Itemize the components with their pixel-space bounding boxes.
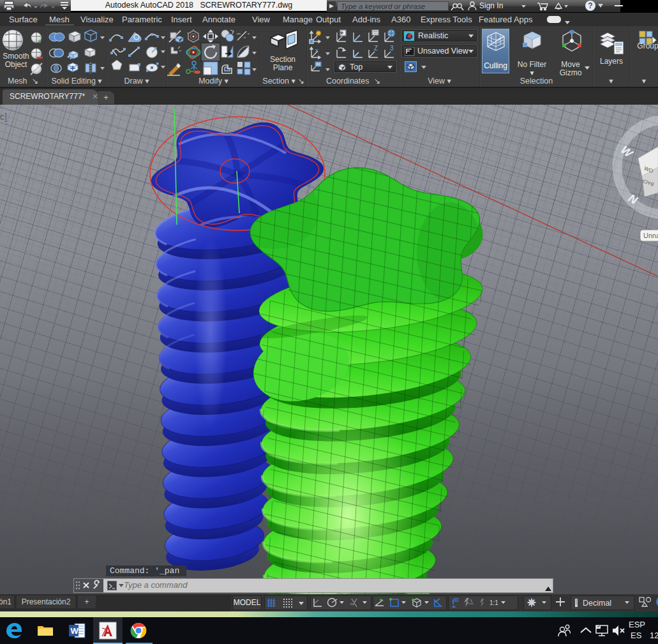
svg-text:x: x <box>315 47 318 54</box>
svg-text:Unna: Unna <box>643 232 658 239</box>
svg-text:W: W <box>71 626 79 636</box>
svg-text:1:1: 1:1 <box>490 599 498 606</box>
svg-text:Sign In: Sign In <box>479 1 503 10</box>
svg-text:3: 3 <box>390 45 394 52</box>
svg-text:Z: Z <box>374 45 378 52</box>
svg-text:Decimal: Decimal <box>583 599 611 608</box>
